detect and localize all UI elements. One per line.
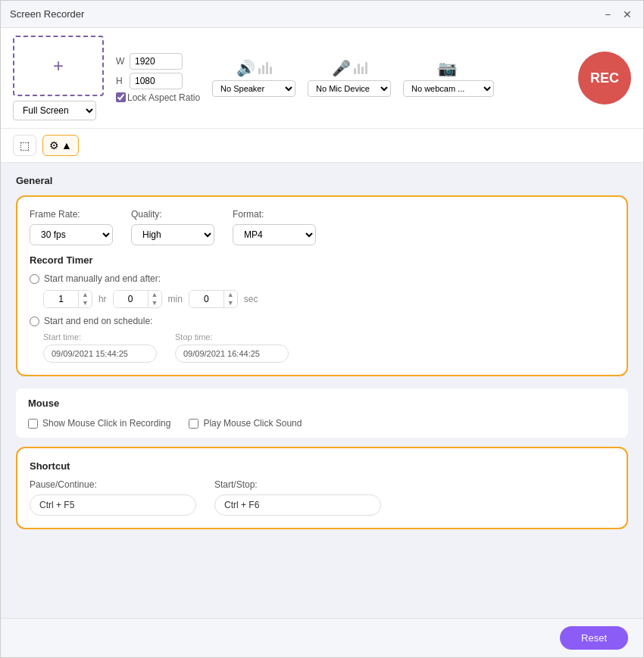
play-sound-checkbox[interactable]	[189, 419, 199, 429]
hr-arrows: ▲ ▼	[78, 291, 92, 307]
format-label: Format:	[233, 209, 316, 220]
format-select[interactable]: MP4 MOV AVI GIF	[233, 224, 316, 245]
webcam-dropdown[interactable]: No webcam ...	[403, 80, 494, 97]
settings-icon: ⚙	[49, 139, 59, 151]
speaker-icon: 🔊	[236, 59, 255, 77]
window-title: Screen Recorder	[10, 8, 84, 20]
rec-button[interactable]: REC	[578, 51, 631, 104]
bar3	[266, 62, 268, 74]
screenshot-icon: ⬚	[20, 139, 30, 151]
show-click-checkbox[interactable]	[28, 419, 38, 429]
minimize-button[interactable]: −	[601, 8, 614, 21]
start-time-label: Start time:	[43, 332, 157, 341]
settings-chevron: ▲	[61, 139, 72, 151]
start-manually-label: Start manually and end after:	[44, 273, 161, 284]
hr-spinner: ▲ ▼	[43, 290, 92, 308]
screen-dropdown[interactable]: Full Screen	[13, 101, 96, 120]
width-input[interactable]	[130, 53, 183, 70]
frame-rate-select[interactable]: 30 fps 15 fps 20 fps 60 fps	[30, 224, 113, 245]
start-stop-group: Start/Stop:	[214, 479, 381, 516]
mbar3	[361, 67, 364, 74]
hr-label: hr	[98, 294, 107, 304]
shortcut-card: Shortcut Pause/Continue: Start/Stop:	[16, 447, 628, 529]
sec-input[interactable]	[189, 291, 224, 307]
sec-down[interactable]: ▼	[224, 299, 237, 307]
top-section: + Full Screen W H Lock Aspect Ratio	[1, 28, 643, 129]
min-up[interactable]: ▲	[148, 291, 161, 299]
stop-time-input[interactable]	[175, 345, 289, 363]
hr-input[interactable]	[44, 291, 78, 307]
show-click-label: Show Mouse Click in Recording	[42, 418, 170, 429]
bar1	[258, 68, 261, 74]
settings-row: Frame Rate: 30 fps 15 fps 20 fps 60 fps …	[30, 209, 614, 245]
quality-group: Quality: High Low Medium	[131, 209, 214, 245]
play-sound-row: Play Mouse Click Sound	[189, 418, 302, 429]
settings-button[interactable]: ⚙ ▲	[42, 135, 79, 156]
bar2	[262, 65, 264, 74]
add-screen-icon: +	[53, 55, 64, 76]
frame-rate-label: Frame Rate:	[30, 209, 113, 220]
start-stop-input[interactable]	[214, 494, 381, 516]
mbar4	[365, 62, 367, 74]
title-bar: Screen Recorder − ✕	[1, 1, 643, 28]
min-label: min	[168, 294, 183, 304]
frame-rate-group: Frame Rate: 30 fps 15 fps 20 fps 60 fps	[30, 209, 113, 245]
min-arrows: ▲ ▼	[148, 291, 161, 307]
webcam-device: 📷 No webcam ...	[403, 59, 494, 97]
reset-button[interactable]: Reset	[560, 626, 628, 650]
screen-preview[interactable]: +	[13, 36, 104, 96]
shortcut-groups: Pause/Continue: Start/Stop:	[30, 479, 614, 516]
quality-select[interactable]: High Low Medium	[131, 224, 214, 245]
mbar1	[354, 68, 356, 74]
pause-group: Pause/Continue:	[30, 479, 196, 516]
mic-icon: 🎤	[332, 59, 351, 77]
start-time-input[interactable]	[43, 345, 157, 363]
bottom-bar: Reset	[1, 618, 643, 657]
height-label: H	[116, 76, 125, 86]
speaker-bars	[258, 62, 272, 74]
time-inputs-row: ▲ ▼ hr ▲ ▼ min	[43, 290, 614, 308]
mbar2	[358, 64, 360, 74]
speaker-device: 🔊 No Speaker	[212, 59, 295, 97]
close-button[interactable]: ✕	[621, 8, 634, 21]
toolbar: ⬚ ⚙ ▲	[1, 129, 643, 163]
mouse-section: Mouse Show Mouse Click in Recording Play…	[16, 388, 628, 438]
min-input[interactable]	[114, 291, 148, 307]
min-spinner: ▲ ▼	[113, 290, 162, 308]
schedule-label: Start and end on schedule:	[44, 316, 152, 326]
start-time-field: Start time:	[43, 332, 157, 363]
main-window: Screen Recorder − ✕ + Full Screen W	[0, 0, 644, 658]
height-input[interactable]	[130, 73, 183, 89]
height-row: H	[116, 73, 200, 89]
sec-up[interactable]: ▲	[224, 291, 237, 299]
hr-up[interactable]: ▲	[79, 291, 92, 299]
schedule-radio[interactable]	[30, 317, 39, 326]
screenshot-button[interactable]: ⬚	[13, 135, 36, 156]
start-manually-radio[interactable]	[30, 274, 39, 284]
record-timer-title: Record Timer	[30, 254, 614, 266]
min-down[interactable]: ▼	[148, 299, 161, 307]
mouse-options-row: Show Mouse Click in Recording Play Mouse…	[28, 418, 616, 429]
format-group: Format: MP4 MOV AVI GIF	[233, 209, 316, 245]
lock-aspect-checkbox[interactable]	[116, 92, 126, 102]
show-click-row: Show Mouse Click in Recording	[28, 418, 170, 429]
lock-aspect-row: Lock Aspect Ratio	[116, 92, 200, 103]
sec-arrows: ▲ ▼	[224, 291, 237, 307]
hr-down[interactable]: ▼	[79, 299, 92, 307]
window-controls: − ✕	[601, 8, 634, 21]
pause-input[interactable]	[30, 494, 196, 516]
speaker-icon-row: 🔊	[236, 59, 272, 77]
width-row: W	[116, 53, 200, 70]
quality-label: Quality:	[131, 209, 214, 220]
schedule-row: Start and end on schedule:	[30, 316, 614, 326]
play-sound-label: Play Mouse Click Sound	[203, 418, 302, 429]
speaker-dropdown[interactable]: No Speaker	[212, 80, 295, 97]
stop-time-label: Stop time:	[175, 332, 289, 341]
mic-icon-row: 🎤	[332, 59, 367, 77]
record-timer-section: Record Timer Start manually and end afte…	[30, 254, 614, 363]
pause-label: Pause/Continue:	[30, 479, 196, 490]
mic-dropdown[interactable]: No Mic Device	[308, 80, 391, 97]
webcam-icon: 📷	[438, 59, 457, 77]
screen-selector-row: Full Screen	[13, 101, 96, 120]
bar4	[270, 67, 272, 74]
